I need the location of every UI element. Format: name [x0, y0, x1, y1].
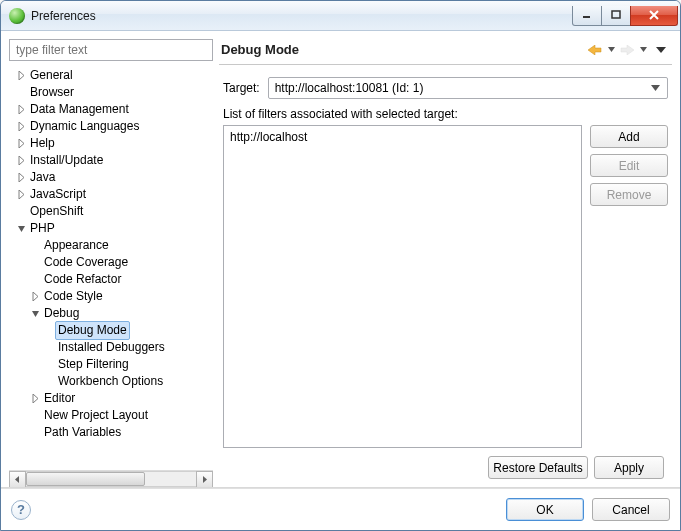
- chevron-down-icon: [647, 85, 663, 91]
- tree-item-label: New Project Layout: [41, 407, 151, 424]
- tree-item-label: Path Variables: [41, 424, 124, 441]
- tree-item[interactable]: Browser: [9, 84, 213, 101]
- maximize-button[interactable]: [601, 6, 631, 26]
- scroll-track[interactable]: [26, 471, 196, 487]
- twisty-closed-icon[interactable]: [15, 172, 27, 184]
- tree-item[interactable]: JavaScript: [9, 186, 213, 203]
- tree-item-label: Installed Debuggers: [55, 339, 168, 356]
- tree-item[interactable]: Debug: [9, 305, 213, 322]
- ok-button[interactable]: OK: [506, 498, 584, 521]
- window-controls: [573, 6, 678, 26]
- forward-dropdown-icon[interactable]: [636, 43, 650, 57]
- tree-item[interactable]: Installed Debuggers: [9, 339, 213, 356]
- twisty-closed-icon[interactable]: [15, 121, 27, 133]
- scroll-thumb[interactable]: [26, 472, 145, 486]
- filters-zone: http://localhost Add Edit Remove: [223, 125, 668, 448]
- close-button[interactable]: [630, 6, 678, 26]
- tree-hscrollbar[interactable]: [9, 470, 213, 487]
- minimize-button[interactable]: [572, 6, 602, 26]
- help-icon[interactable]: ?: [11, 500, 31, 520]
- twisty-open-icon[interactable]: [15, 223, 27, 235]
- edit-button[interactable]: Edit: [590, 154, 668, 177]
- scroll-right-button[interactable]: [196, 471, 213, 487]
- target-label: Target:: [223, 81, 260, 95]
- filters-label: List of filters associated with selected…: [223, 107, 668, 121]
- left-pane: GeneralBrowserData ManagementDynamic Lan…: [9, 39, 213, 487]
- dialog-footer: ? OK Cancel: [1, 488, 680, 530]
- cancel-button[interactable]: Cancel: [592, 498, 670, 521]
- tree-item-label: Editor: [41, 390, 78, 407]
- back-dropdown-icon[interactable]: [604, 43, 618, 57]
- target-row: Target: http://localhost:10081 (Id: 1): [223, 77, 668, 99]
- tree-item[interactable]: New Project Layout: [9, 407, 213, 424]
- tree-item[interactable]: General: [9, 67, 213, 84]
- tree-item-label: Help: [27, 135, 58, 152]
- tree-item-label: General: [27, 67, 76, 84]
- tree-item-label: Data Management: [27, 101, 132, 118]
- preferences-window: Preferences GeneralBrowserData Managemen…: [0, 0, 681, 531]
- tree-item-label: Appearance: [41, 237, 112, 254]
- page-title: Debug Mode: [221, 42, 299, 57]
- nav-arrows: [588, 43, 650, 57]
- scroll-left-button[interactable]: [9, 471, 26, 487]
- tree-item[interactable]: Install/Update: [9, 152, 213, 169]
- tree-item[interactable]: Debug Mode: [9, 322, 213, 339]
- twisty-closed-icon[interactable]: [15, 70, 27, 82]
- tree-item[interactable]: Java: [9, 169, 213, 186]
- filters-list[interactable]: http://localhost: [223, 125, 582, 448]
- page-footer-buttons: Restore Defaults Apply: [223, 448, 668, 487]
- apply-button[interactable]: Apply: [594, 456, 664, 479]
- right-pane: Debug Mode: [219, 39, 672, 487]
- tree-item[interactable]: Help: [9, 135, 213, 152]
- twisty-open-icon[interactable]: [29, 308, 41, 320]
- twisty-closed-icon[interactable]: [29, 393, 41, 405]
- restore-defaults-button[interactable]: Restore Defaults: [488, 456, 588, 479]
- form-area: Target: http://localhost:10081 (Id: 1) L…: [219, 65, 672, 487]
- tree-item[interactable]: Step Filtering: [9, 356, 213, 373]
- view-menu-icon[interactable]: [654, 43, 668, 57]
- tree-item[interactable]: Dynamic Languages: [9, 118, 213, 135]
- tree-item[interactable]: PHP: [9, 220, 213, 237]
- tree-item-label: Code Coverage: [41, 254, 131, 271]
- twisty-closed-icon[interactable]: [15, 138, 27, 150]
- tree-item[interactable]: Editor: [9, 390, 213, 407]
- twisty-closed-icon[interactable]: [29, 291, 41, 303]
- tree-item[interactable]: OpenShift: [9, 203, 213, 220]
- forward-icon[interactable]: [620, 43, 634, 57]
- target-select[interactable]: http://localhost:10081 (Id: 1): [268, 77, 668, 99]
- filters-buttons: Add Edit Remove: [590, 125, 668, 448]
- tree-item[interactable]: Code Refactor: [9, 271, 213, 288]
- tree-item-label: Debug: [41, 305, 82, 322]
- tree-item[interactable]: Path Variables: [9, 424, 213, 441]
- window-title: Preferences: [31, 9, 96, 23]
- tree-item-label: JavaScript: [27, 186, 89, 203]
- twisty-closed-icon[interactable]: [15, 155, 27, 167]
- tree-item-label: Browser: [27, 84, 77, 101]
- tree-item[interactable]: Data Management: [9, 101, 213, 118]
- tree-item-label: Java: [27, 169, 58, 186]
- twisty-closed-icon[interactable]: [15, 104, 27, 116]
- remove-button[interactable]: Remove: [590, 183, 668, 206]
- tree-item-label: Step Filtering: [55, 356, 132, 373]
- app-icon: [9, 8, 25, 24]
- preferences-tree[interactable]: GeneralBrowserData ManagementDynamic Lan…: [9, 65, 213, 470]
- list-item[interactable]: http://localhost: [230, 130, 575, 146]
- add-button[interactable]: Add: [590, 125, 668, 148]
- tree-item-label: Dynamic Languages: [27, 118, 142, 135]
- dialog-body: GeneralBrowserData ManagementDynamic Lan…: [1, 31, 680, 487]
- twisty-closed-icon[interactable]: [15, 189, 27, 201]
- tree-item-label: PHP: [27, 220, 58, 237]
- tree-item-label: Debug Mode: [55, 321, 130, 340]
- target-value: http://localhost:10081 (Id: 1): [275, 81, 424, 95]
- tree-item[interactable]: Workbench Options: [9, 373, 213, 390]
- tree-item-label: OpenShift: [27, 203, 86, 220]
- back-icon[interactable]: [588, 43, 602, 57]
- titlebar: Preferences: [1, 1, 680, 31]
- svg-rect-1: [612, 11, 620, 18]
- tree-item[interactable]: Code Coverage: [9, 254, 213, 271]
- page-header: Debug Mode: [219, 39, 672, 65]
- filter-input[interactable]: [9, 39, 213, 61]
- tree-item[interactable]: Appearance: [9, 237, 213, 254]
- tree-item-label: Code Refactor: [41, 271, 124, 288]
- tree-item[interactable]: Code Style: [9, 288, 213, 305]
